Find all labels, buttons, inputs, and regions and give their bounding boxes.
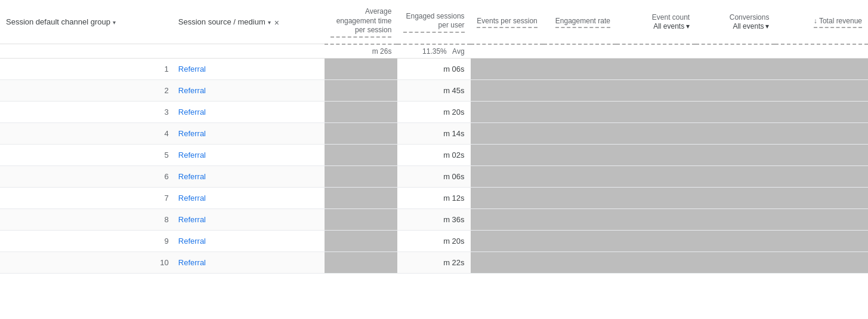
time-value: m 06s (397, 165, 470, 187)
gray-overlay-cell (543, 58, 616, 79)
avg-engagement-header: Average engagement time per session (325, 0, 397, 44)
average-row: m 26s 11.35% Avg (0, 44, 868, 59)
gray-overlay-cell (775, 122, 868, 144)
gray-overlay-cell (471, 165, 543, 187)
table-row: 5Referralm 02s (0, 144, 868, 165)
gray-overlay-cell (471, 144, 543, 165)
avg-pct-label: 11.35% Avg (397, 44, 470, 59)
conversions-header[interactable]: Conversions All events ▾ (696, 0, 775, 44)
channel-group-header[interactable]: Session default channel group ▾ (0, 0, 172, 44)
gray-overlay-cell (471, 208, 543, 230)
event-count-dropdown[interactable]: All events ▾ (653, 22, 690, 32)
table-row: 7Referralm 12s (0, 187, 868, 208)
source-medium-header[interactable]: Session source / medium ▾ × (172, 0, 325, 44)
gray-overlay-cell (543, 208, 616, 230)
avg-engagement-rate (543, 44, 616, 59)
source-medium-value (325, 251, 397, 273)
gray-overlay-cell (471, 79, 543, 101)
table-body: 1Referralm 06s2Referralm 45s3Referralm 2… (0, 58, 868, 273)
channel-value[interactable]: Referral (172, 187, 325, 208)
time-value: m 20s (397, 101, 470, 122)
table-row: 6Referralm 06s (0, 165, 868, 187)
channel-value[interactable]: Referral (172, 144, 325, 165)
gray-overlay-cell (543, 122, 616, 144)
source-medium-value (325, 165, 397, 187)
row-number: 7 (0, 187, 172, 208)
channel-value[interactable]: Referral (172, 165, 325, 187)
gray-overlay-cell (543, 230, 616, 251)
channel-value[interactable]: Referral (172, 122, 325, 144)
gray-overlay-cell (616, 122, 696, 144)
channel-value[interactable]: Referral (172, 230, 325, 251)
gray-overlay-cell (616, 230, 696, 251)
gray-overlay-cell (616, 165, 696, 187)
time-value: m 12s (397, 187, 470, 208)
avg-label-text: Avg (452, 47, 464, 56)
avg-pct-value: 11.35% (422, 47, 447, 56)
source-dropdown-icon[interactable]: ▾ (268, 19, 271, 26)
row-number: 2 (0, 79, 172, 101)
avg-empty (0, 44, 325, 59)
row-number: 4 (0, 122, 172, 144)
row-number: 10 (0, 251, 172, 273)
table-row: 9Referralm 20s (0, 230, 868, 251)
event-count-dropdown-icon[interactable]: ▾ (686, 22, 690, 32)
gray-overlay-cell (616, 144, 696, 165)
engaged-sessions-header: Engaged sessions per user (397, 0, 470, 44)
time-value: m 14s (397, 122, 470, 144)
gray-overlay-cell (775, 251, 868, 273)
gray-overlay-cell (775, 79, 868, 101)
gray-overlay-cell (616, 58, 696, 79)
gray-overlay-cell (471, 122, 543, 144)
time-value: m 36s (397, 208, 470, 230)
gray-overlay-cell (543, 79, 616, 101)
engagement-rate-label: Engagement rate (555, 17, 610, 29)
source-medium-value (325, 144, 397, 165)
row-number: 6 (0, 165, 172, 187)
gray-overlay-cell (696, 122, 775, 144)
avg-events-per (471, 44, 543, 59)
channel-value[interactable]: Referral (172, 79, 325, 101)
table-row: 3Referralm 20s (0, 101, 868, 122)
channel-value[interactable]: Referral (172, 101, 325, 122)
conversions-sub-label: All events (733, 22, 764, 32)
time-value: m 22s (397, 251, 470, 273)
total-revenue-header[interactable]: ↓ Total revenue (775, 0, 868, 44)
row-number: 5 (0, 144, 172, 165)
gray-overlay-cell (696, 251, 775, 273)
event-count-header[interactable]: Event count All events ▾ (616, 0, 696, 44)
gray-overlay-cell (696, 187, 775, 208)
gray-overlay-cell (471, 187, 543, 208)
gray-overlay-cell (616, 79, 696, 101)
engagement-rate-header: Engagement rate (543, 0, 616, 44)
channel-value[interactable]: Referral (172, 251, 325, 273)
analytics-table: Session default channel group ▾ Session … (0, 0, 868, 319)
avg-time: m 26s (325, 44, 397, 59)
gray-overlay-cell (616, 101, 696, 122)
channel-value[interactable]: Referral (172, 58, 325, 79)
gray-overlay-cell (616, 208, 696, 230)
channel-value[interactable]: Referral (172, 208, 325, 230)
row-number: 3 (0, 101, 172, 122)
conversions-dropdown[interactable]: All events ▾ (733, 22, 769, 32)
conversions-label: Conversions (702, 13, 769, 23)
source-medium-value (325, 208, 397, 230)
gray-overlay-cell (775, 144, 868, 165)
gray-overlay-cell (696, 144, 775, 165)
gray-overlay-cell (543, 165, 616, 187)
gray-overlay-cell (696, 230, 775, 251)
channel-dropdown-icon[interactable]: ▾ (113, 19, 116, 26)
avg-event-count (616, 44, 696, 59)
events-per-session-label: Events per session (477, 17, 537, 29)
event-count-label: Event count (622, 13, 690, 23)
gray-overlay-cell (775, 101, 868, 122)
table-row: 10Referralm 22s (0, 251, 868, 273)
conversions-dropdown-icon[interactable]: ▾ (765, 22, 769, 32)
gray-overlay-cell (696, 165, 775, 187)
gray-overlay-cell (543, 144, 616, 165)
source-medium-value (325, 58, 397, 79)
source-close-icon[interactable]: × (274, 17, 279, 28)
source-medium-value (325, 122, 397, 144)
source-medium-value (325, 187, 397, 208)
engaged-sessions-label: Engaged sessions per user (403, 12, 464, 33)
